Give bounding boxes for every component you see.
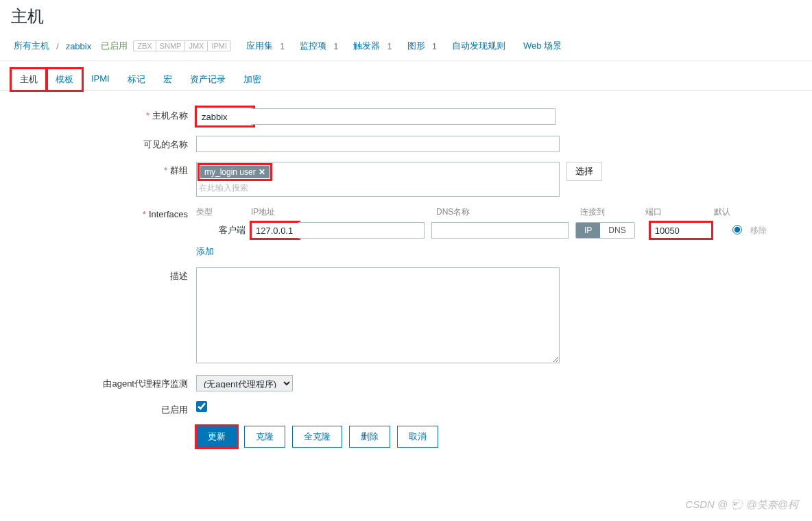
page-title: 主机 [0, 0, 812, 36]
tab-encryption[interactable]: 加密 [235, 69, 270, 90]
hostname-input[interactable] [198, 108, 252, 125]
protocol-badges: ZBX SNMP JMX IPMI [133, 40, 231, 51]
if-ip-input-rest[interactable] [298, 222, 425, 239]
if-header-type: 类型 [196, 206, 251, 218]
badge-snmp: SNMP [156, 41, 186, 51]
label-groups: *群组 [11, 162, 196, 177]
update-button[interactable]: 更新 [196, 426, 237, 448]
visible-name-input[interactable] [196, 136, 560, 152]
nav-graphs[interactable]: 图形 [405, 38, 428, 53]
if-conn-toggle: IP DNS [575, 222, 635, 239]
nav-web[interactable]: Web 场景 [521, 38, 564, 53]
label-agent-proxy: 由agent代理程序监测 [11, 375, 196, 390]
if-conn-ip-button[interactable]: IP [576, 223, 600, 238]
nav-triggers-count: 1 [387, 41, 392, 51]
badge-ipmi: IPMI [208, 41, 230, 51]
breadcrumb-bar: 所有主机 / zabbix 已启用 ZBX SNMP JMX IPMI 应用集1… [0, 36, 812, 61]
agent-proxy-select[interactable]: (无agent代理程序) [196, 375, 293, 391]
tab-tags[interactable]: 标记 [119, 69, 154, 90]
add-interface-link[interactable]: 添加 [196, 246, 214, 256]
label-visible-name: 可见的名称 [11, 136, 196, 151]
clone-button[interactable]: 克隆 [244, 426, 285, 448]
if-remove-link: 移除 [750, 225, 767, 237]
if-type-label: 客户端 [196, 224, 251, 237]
label-description: 描述 [11, 267, 196, 282]
tab-ipmi[interactable]: IPMI [82, 69, 119, 90]
nav-graphs-count: 1 [432, 41, 437, 51]
delete-button[interactable]: 删除 [349, 426, 390, 448]
interface-row: 客户端 IP DNS 移除 [196, 222, 801, 239]
nav-items[interactable]: 监控项 [297, 38, 329, 53]
if-header-conn: 连接到 [580, 206, 645, 218]
form-area: *主机名称 可见的名称 *群组 my_login user✕ 在此输入搜索 选择 [0, 90, 812, 471]
tabs: 主机 模板 IPMI 标记 宏 资产记录 加密 [0, 61, 812, 90]
groups-placeholder: 在此输入搜索 [199, 182, 557, 194]
nav-discovery[interactable]: 自动发现规则 [449, 38, 508, 53]
if-header-port: 端口 [645, 206, 714, 218]
description-textarea[interactable] [196, 267, 560, 363]
badge-jmx: JMX [185, 41, 208, 51]
breadcrumb-all-hosts[interactable]: 所有主机 [11, 38, 52, 53]
status-enabled: 已启用 [101, 40, 128, 52]
nav-items-count: 1 [333, 41, 338, 51]
if-ip-input[interactable] [251, 222, 299, 239]
nav-apps-count: 1 [280, 41, 285, 51]
enabled-checkbox[interactable] [196, 401, 207, 412]
label-hostname: *主机名称 [11, 107, 196, 122]
tab-macros[interactable]: 宏 [154, 69, 181, 90]
nav-triggers[interactable]: 触发器 [350, 38, 383, 53]
tab-inventory[interactable]: 资产记录 [181, 69, 235, 90]
if-port-input[interactable] [650, 222, 712, 239]
groups-multiselect[interactable]: my_login user✕ 在此输入搜索 [196, 162, 560, 197]
badge-zbx: ZBX [134, 41, 156, 51]
hostname-input-rest[interactable] [251, 108, 556, 125]
group-tag-remove-icon[interactable]: ✕ [259, 167, 265, 177]
if-header-default: 默认 [714, 206, 735, 218]
select-groups-button[interactable]: 选择 [566, 162, 602, 181]
if-conn-dns-button[interactable]: DNS [600, 223, 634, 238]
full-clone-button[interactable]: 全克隆 [292, 426, 342, 448]
interface-headers: 类型 IP地址 DNS名称 连接到 端口 默认 [196, 206, 801, 218]
label-enabled: 已启用 [11, 401, 196, 416]
if-header-dns: DNS名称 [436, 206, 580, 218]
group-tag: my_login user✕ [200, 166, 270, 178]
breadcrumb-sep: / [56, 41, 59, 51]
breadcrumb-current[interactable]: zabbix [63, 40, 95, 53]
nav-apps[interactable]: 应用集 [243, 38, 276, 53]
if-default-radio[interactable] [732, 225, 742, 234]
if-dns-input[interactable] [431, 222, 569, 239]
if-header-ip: IP地址 [251, 206, 436, 218]
cancel-button[interactable]: 取消 [397, 426, 438, 448]
label-interfaces: *Interfaces [11, 206, 196, 219]
tab-template[interactable]: 模板 [47, 69, 82, 90]
tab-host[interactable]: 主机 [11, 69, 47, 90]
